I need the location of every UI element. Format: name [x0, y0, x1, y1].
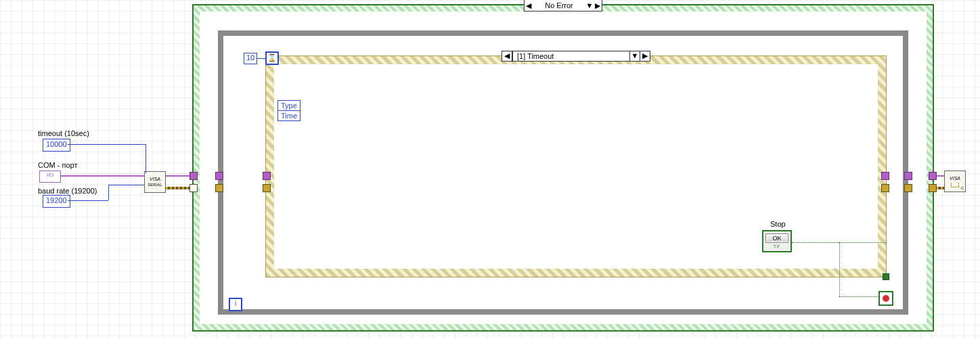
event-data-node[interactable]: Type Time: [277, 100, 300, 121]
event-data-time: Time: [278, 111, 300, 120]
wire-stop-v1: [839, 242, 840, 296]
case-tunnel-visa-in: [190, 172, 198, 180]
event-data-type: Type: [278, 101, 300, 111]
case-tunnel-visa-out: [929, 172, 937, 180]
timeout-constant[interactable]: 10000: [43, 139, 70, 152]
case-selector-label[interactable]: No Error: [533, 1, 585, 9]
timeout-label: timeout (10sec): [38, 129, 89, 137]
wire-baud-h1: [68, 200, 108, 201]
wire-baud-v: [108, 185, 109, 200]
stop-dot-icon: [883, 295, 889, 302]
event-selector-label[interactable]: [1] Timeout: [512, 51, 630, 62]
case-tunnel-err-out: [929, 184, 937, 192]
case-next-arrow[interactable]: ▶: [594, 1, 602, 10]
visa-close-icon-label: VISA: [950, 176, 960, 181]
case-tunnel-err-in: [190, 184, 198, 192]
while-tunnel-err-out: [904, 184, 912, 192]
baud-rate-label: baud rate (19200): [38, 187, 97, 195]
event-prev-arrow[interactable]: ◀: [502, 51, 512, 62]
wire-err-to-close: [937, 187, 944, 189]
event-tunnel-err-out: [881, 184, 889, 192]
stop-button-control[interactable]: OK TF: [762, 230, 792, 252]
wire-visa-to-close: [937, 175, 944, 177]
case-selector-dropdown[interactable]: ▼: [585, 1, 594, 9]
visa-serial-icon-sub: SERIAL: [148, 182, 162, 187]
event-tunnel-visa-out: [881, 172, 889, 180]
wire-baud-h2: [108, 185, 144, 185]
block-diagram-canvas[interactable]: timeout (10sec) 10000 COM - порт I/O bau…: [0, 0, 980, 339]
event-selector-dropdown[interactable]: ▼: [630, 51, 640, 62]
while-tunnel-err-in: [215, 184, 223, 192]
baud-rate-constant[interactable]: 19200: [43, 195, 70, 208]
iteration-terminal: i: [229, 298, 242, 311]
stop-button-label: Stop: [770, 220, 786, 228]
wire-timeout-v: [146, 144, 146, 173]
wire-stop-h2: [839, 296, 878, 297]
visa-resource-control[interactable]: I/O: [39, 171, 61, 183]
event-tunnel-err-in: [263, 184, 271, 192]
case-prev-arrow[interactable]: ◀: [525, 1, 533, 10]
while-tunnel-visa-in: [215, 172, 223, 180]
visa-close-c: C: [961, 185, 964, 191]
visa-serial-icon-label: VISA: [150, 177, 160, 182]
event-tunnel-stop: [883, 273, 889, 280]
stop-button-face: OK: [765, 233, 788, 243]
event-next-arrow[interactable]: ▶: [640, 51, 650, 62]
event-timeout-terminal[interactable]: ⌛: [265, 51, 279, 65]
wire-timeout: [68, 144, 146, 145]
event-structure[interactable]: ◀ [1] Timeout ▼ ▶: [265, 55, 887, 277]
visa-close-vi[interactable]: VISA C: [944, 171, 966, 192]
case-selector[interactable]: ◀ No Error ▼ ▶: [524, 0, 602, 12]
while-tunnel-visa-out: [904, 172, 912, 180]
visa-close-clip-icon: [951, 183, 959, 187]
wire-visa-resource-left: [61, 175, 144, 177]
event-timeout-constant[interactable]: 10: [244, 53, 257, 64]
visa-serial-config-vi[interactable]: VISA SERIAL: [144, 171, 166, 193]
wire-event-timeout: [257, 58, 265, 59]
event-case-selector[interactable]: ◀ [1] Timeout ▼ ▶: [502, 51, 650, 62]
loop-conditional-terminal[interactable]: [878, 291, 893, 306]
event-tunnel-visa-in: [263, 172, 271, 180]
stop-button-tf-icon: TF: [765, 244, 788, 249]
com-port-label: COM - порт: [38, 161, 77, 169]
